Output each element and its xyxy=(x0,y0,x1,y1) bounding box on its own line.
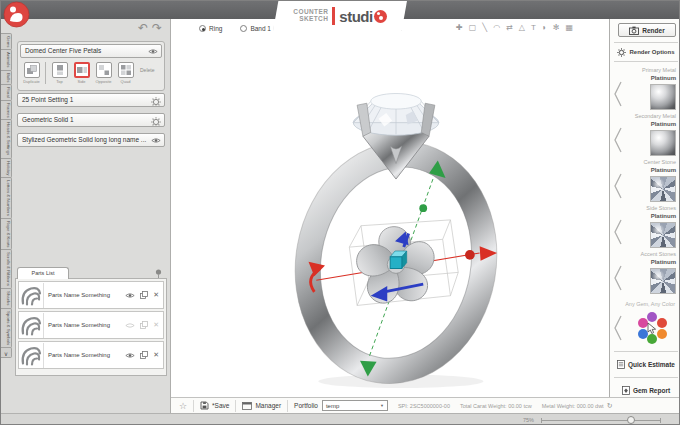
chevron-left-icon[interactable] xyxy=(614,127,622,153)
chevron-left-icon[interactable] xyxy=(614,315,622,341)
sidebar-tab-scrolls-ribbons[interactable]: Scrolls & Ribbons xyxy=(1,249,12,289)
sidebar-tab-shanks[interactable]: Shanks xyxy=(1,288,12,308)
view-opposite-button[interactable] xyxy=(96,62,112,78)
selected-part-group: Domed Center Five Petals Duplicate Top xyxy=(17,41,165,91)
sidebar-tab-frames[interactable]: Frames xyxy=(1,100,12,121)
part-thumbnail[interactable] xyxy=(19,313,44,338)
eye-icon[interactable] xyxy=(125,322,135,329)
flower-tool-icon[interactable]: ✻ xyxy=(553,23,560,32)
droplet-tool-icon[interactable]: ◗ xyxy=(542,23,547,32)
radio-band-1[interactable]: Band 1 xyxy=(240,25,271,32)
sidebar-tab-sports-symbols[interactable]: Sports & Symbols xyxy=(1,308,12,348)
sidebar-tab-floral[interactable]: Floral xyxy=(1,84,12,101)
logo-divider xyxy=(332,7,335,25)
material-accent-stones: Accent Stones Platinum xyxy=(610,249,680,295)
view-quad-label: Quad xyxy=(121,79,131,84)
render-panel: Render Render Options Primary Metal Plat… xyxy=(609,19,680,413)
zoom-slider[interactable] xyxy=(541,420,661,421)
part-tools: Duplicate Top Side xyxy=(20,58,162,88)
view-side-button[interactable] xyxy=(74,62,90,78)
render-camera-icon xyxy=(629,26,639,35)
duplicate-part-button[interactable] xyxy=(24,62,40,78)
eye-icon[interactable] xyxy=(125,292,135,299)
undo-icon[interactable]: ↶ xyxy=(138,21,148,35)
favorite-star-icon[interactable]: ☆ xyxy=(179,401,187,411)
stone-swatch[interactable] xyxy=(650,268,676,294)
text-tool-icon[interactable]: T xyxy=(531,23,536,32)
radio-ring[interactable]: Ring xyxy=(199,25,222,32)
pattern-tool-icon[interactable]: ▦ xyxy=(565,23,573,32)
redo-icon[interactable]: ↷ xyxy=(152,21,162,35)
gemvision-logo-icon xyxy=(3,1,30,28)
eye-icon[interactable] xyxy=(148,48,158,55)
duplicate-icon[interactable] xyxy=(140,351,148,359)
sidebar-tab-holiday[interactable]: Holiday xyxy=(1,158,12,178)
zoom-slider-handle[interactable] xyxy=(627,416,635,424)
remove-part-icon[interactable]: ✕ xyxy=(153,291,159,299)
stone-swatch[interactable] xyxy=(650,222,676,248)
spi-number: SPI: 2SC5000000-00 xyxy=(398,403,450,409)
move-tool-icon[interactable]: ✚ xyxy=(456,23,463,32)
radio-ring-control[interactable] xyxy=(199,25,206,32)
part-item-header[interactable]: 25 Point Setting 1 xyxy=(17,93,165,107)
chevron-left-icon[interactable] xyxy=(614,219,622,245)
delete-part-button[interactable]: Delete xyxy=(140,67,154,73)
sidebar-tab-letters-numbers[interactable]: Letters & Numbers xyxy=(1,177,12,219)
eye-icon[interactable] xyxy=(151,137,161,144)
eye-icon[interactable] xyxy=(125,352,135,359)
duplicate-label: Duplicate xyxy=(23,79,40,84)
arc-tool-icon[interactable]: ◠ xyxy=(493,23,500,32)
view-top-button[interactable] xyxy=(52,62,68,78)
gear-icon[interactable] xyxy=(151,97,161,107)
view-quad-button[interactable] xyxy=(118,62,134,78)
divider xyxy=(614,377,678,378)
portfolio-label: Portfolio xyxy=(294,402,318,409)
bounding-box-tool-icon[interactable]: ▢ xyxy=(469,23,477,32)
more-categories-chevron-icon[interactable]: ∨ xyxy=(1,347,12,358)
manager-button[interactable]: Manager xyxy=(242,402,281,410)
material-side-stones: Side Stones Platinum xyxy=(610,203,680,249)
render-button[interactable]: Render xyxy=(618,23,676,37)
part-thumbnail[interactable] xyxy=(19,343,44,368)
model-viewport[interactable]: Ring Band 1 ✚ ▢ ╲ ◠ ⇄ △ T ◗ ✻ ▦ xyxy=(171,19,609,397)
material-primary-metal: Primary Metal Platinum xyxy=(610,65,680,111)
sidebar-tab-animals[interactable]: Animals xyxy=(1,49,12,70)
remove-part-icon[interactable]: ✕ xyxy=(153,351,159,359)
duplicate-icon[interactable] xyxy=(140,321,148,329)
render-options-button[interactable]: Render Options xyxy=(610,46,680,58)
parts-list-tab[interactable]: Parts List xyxy=(17,267,69,279)
part-item-header[interactable]: Geometric Solid 1 xyxy=(17,113,165,127)
save-button[interactable]: *Save xyxy=(200,401,229,410)
any-gem-picker-icon[interactable] xyxy=(635,311,669,345)
metal-swatch[interactable] xyxy=(650,84,676,110)
sidebar-tab-gems[interactable]: Gems xyxy=(1,33,12,50)
refresh-weights-icon[interactable]: ↻ xyxy=(607,402,613,410)
part-item-header[interactable]: Domed Center Five Petals xyxy=(20,44,162,58)
remove-part-icon[interactable]: ✕ xyxy=(153,321,159,329)
metal-swatch[interactable] xyxy=(650,130,676,156)
countersketch-studio-logo: COUNTER SKETCH studi xyxy=(273,1,407,31)
portfolio-select[interactable]: temp ▼ xyxy=(322,400,388,411)
gear-icon[interactable] xyxy=(151,117,161,127)
gem-report-button[interactable]: Gem Report xyxy=(610,383,680,397)
sidebar-tab-heads-settings[interactable]: Heads & Settings xyxy=(1,119,12,158)
part-item-header[interactable]: Stylized Geometric Solid long long name … xyxy=(17,133,165,147)
outline-tool-icon[interactable]: △ xyxy=(519,23,525,32)
line-tool-icon[interactable]: ╲ xyxy=(482,23,487,32)
sidebar-tab-balls[interactable]: Balls xyxy=(1,70,12,85)
stone-swatch[interactable] xyxy=(650,176,676,202)
quick-estimate-button[interactable]: Quick Estimate xyxy=(610,357,680,371)
part-thumbnail[interactable] xyxy=(19,283,44,308)
mirror-tool-icon[interactable]: ⇄ xyxy=(506,23,513,32)
chevron-left-icon[interactable] xyxy=(614,265,622,291)
chevron-left-icon[interactable] xyxy=(614,81,622,107)
duplicate-icon[interactable] xyxy=(140,291,148,299)
parts-list-row: Parts Name Something ✕ xyxy=(18,341,164,369)
category-tabstrip: Gems Animals Balls Floral Frames Heads &… xyxy=(1,33,13,395)
view-opposite-label: Opposite xyxy=(95,79,111,84)
sidebar-tab-rope-knots[interactable]: Rope & Knots xyxy=(1,218,12,251)
radio-band-control[interactable] xyxy=(240,25,247,32)
chevron-left-icon[interactable] xyxy=(614,173,622,199)
divider xyxy=(614,42,678,43)
metal-weight: Metal Weight: 000.00 dwt xyxy=(542,403,604,409)
